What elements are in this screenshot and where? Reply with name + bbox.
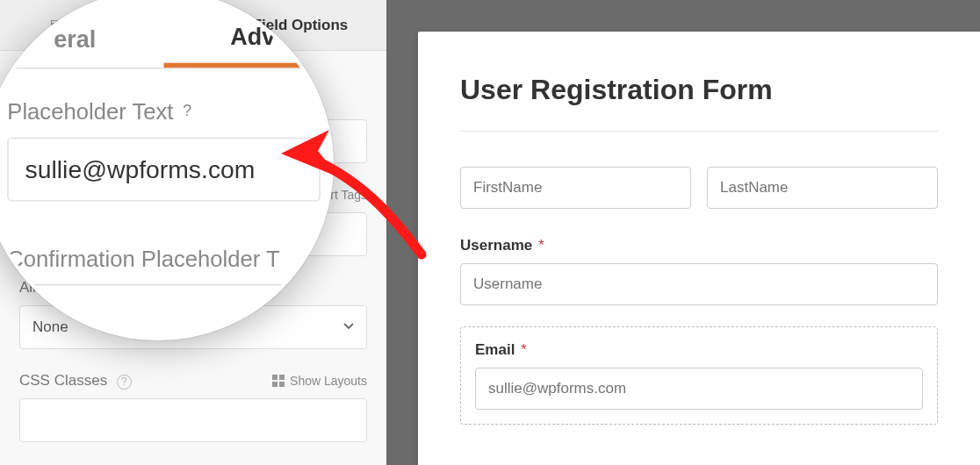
form-preview: User Registration Form Username * (418, 32, 980, 465)
mag-placeholder-input (7, 138, 320, 202)
divider (460, 131, 938, 132)
username-input[interactable] (460, 263, 938, 305)
mag-placeholder-label: Placeholder Text ? (7, 100, 320, 126)
css-classes-label: CSS Classes ? (19, 372, 132, 390)
svg-rect-7 (279, 375, 285, 380)
svg-rect-6 (272, 375, 277, 380)
grid-icon (272, 375, 285, 387)
svg-rect-8 (272, 382, 277, 387)
username-field: Username * (460, 237, 938, 305)
email-input[interactable] (475, 368, 923, 410)
username-label: Username * (460, 237, 938, 254)
email-field-selected[interactable]: Email * (460, 326, 938, 425)
show-layouts-link[interactable]: Show Layouts (272, 374, 367, 388)
firstname-input[interactable] (460, 167, 691, 209)
form-title: User Registration Form (460, 74, 938, 106)
required-star: * (521, 341, 527, 358)
preview-area: User Registration Form Username * (386, 0, 980, 465)
required-star: * (538, 237, 544, 254)
help-icon: ? (183, 101, 206, 125)
help-icon[interactable]: ? (117, 375, 132, 390)
css-classes-input[interactable] (19, 398, 367, 442)
mag-confirmation-label: Confirmation Placeholder T (7, 247, 320, 273)
email-label: Email * (475, 341, 923, 359)
lastname-input[interactable] (707, 167, 938, 209)
svg-rect-9 (279, 382, 285, 387)
name-field-row (460, 167, 938, 209)
